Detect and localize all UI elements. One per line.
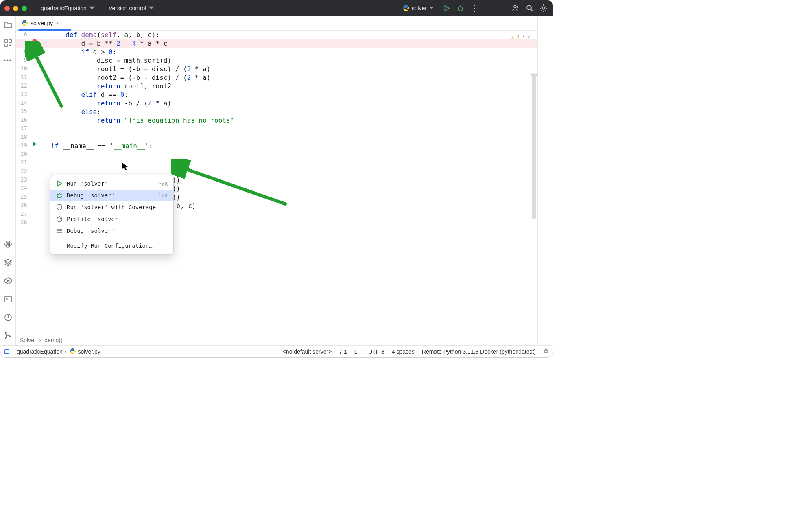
line-number[interactable]: 27 (16, 210, 30, 218)
context-menu-item[interactable]: Run 'solver' with Coverage (50, 201, 173, 213)
code-line[interactable]: 17 (16, 125, 537, 133)
line-number[interactable]: 24 (16, 184, 30, 192)
line-number[interactable]: 18 (16, 133, 30, 141)
run-button[interactable] (441, 3, 452, 13)
svg-point-18 (58, 194, 61, 198)
profile-icon (56, 216, 63, 222)
gutter[interactable] (30, 142, 39, 147)
code-line[interactable]: 13 elif d == 0: (16, 90, 537, 99)
left-tool-strip: ••• (0, 16, 16, 345)
code-line[interactable]: 15 else: (16, 107, 537, 116)
terminal-tool-icon[interactable] (4, 295, 12, 304)
status-indent[interactable]: 4 spaces (392, 348, 415, 355)
line-number[interactable]: 17 (16, 125, 30, 132)
project-tool-icon[interactable] (4, 21, 12, 30)
code-line[interactable]: 19if __name__ == '__main__': (16, 142, 537, 150)
context-menu-item[interactable]: Profile 'solver' (50, 213, 173, 225)
context-menu-item[interactable]: Modify Run Configuration… (50, 240, 173, 252)
svg-point-0 (404, 5, 405, 6)
code-line[interactable]: 14 return -b / (2 * a) (16, 99, 537, 107)
code-line[interactable]: 11 root2 = (-b - disc) / (2 * a) (16, 73, 537, 82)
python-icon (403, 5, 409, 11)
code-text[interactable]: def demo(self, a, b, c): (39, 31, 159, 39)
next-problem-icon[interactable]: ∨ (527, 34, 530, 40)
svg-point-19 (57, 217, 62, 222)
line-number[interactable]: 16 (16, 116, 30, 124)
code-line[interactable]: 12 return root1, root2 (16, 82, 537, 90)
code-line[interactable]: 6def demo(self, a, b, c): (16, 31, 537, 39)
status-encoding[interactable]: UTF-8 (368, 348, 384, 355)
code-line[interactable]: 18 (16, 133, 537, 142)
inspection-widget[interactable]: ⚠ 4 ∧ ∨ (511, 34, 530, 41)
context-menu-item[interactable]: Debug 'solver'⌃⇧D (50, 190, 173, 201)
svg-point-13 (5, 337, 7, 339)
code-line[interactable]: 20 (16, 150, 537, 159)
code-line[interactable]: 8 if d > 0: (16, 48, 537, 56)
svg-rect-10 (5, 296, 11, 302)
line-number[interactable]: 20 (16, 150, 30, 158)
run-gutter-icon[interactable] (32, 142, 37, 147)
code-text[interactable]: if __name__ == '__main__': (39, 142, 153, 151)
run-config-selector[interactable]: solver (399, 4, 438, 13)
line-number[interactable]: 19 (16, 142, 30, 149)
window-controls (4, 6, 27, 11)
code-with-me-icon[interactable] (511, 3, 521, 13)
status-eol[interactable]: LF (354, 348, 361, 355)
python-packages-icon[interactable] (4, 240, 12, 249)
code-line[interactable]: 10 root1 = (-b + disc) / (2 * a) (16, 65, 537, 73)
line-number[interactable]: 25 (16, 193, 30, 201)
svg-point-1 (406, 10, 407, 11)
tool-window-toggle-icon[interactable] (4, 349, 9, 354)
breadcrumb-class[interactable]: Solver (20, 337, 36, 343)
tab-close-icon[interactable]: ✕ (55, 20, 59, 26)
tab-actions-icon[interactable]: ⋮ (526, 19, 535, 28)
menu-item-label: Modify Run Configuration… (67, 242, 168, 250)
run-icon (56, 180, 63, 187)
status-caret[interactable]: 7:1 (339, 348, 347, 355)
line-number[interactable]: 22 (16, 167, 30, 175)
status-server[interactable]: <no default server> (283, 348, 332, 355)
code-line[interactable]: 9 disc = math.sqrt(d) (16, 56, 537, 65)
svg-point-16 (24, 20, 24, 21)
vcs-label: Version control (109, 5, 146, 11)
vcs-dropdown[interactable]: Version control (106, 3, 157, 13)
problems-tool-icon[interactable] (4, 313, 12, 323)
settings-icon[interactable] (538, 3, 549, 13)
run-tool-icon[interactable] (4, 277, 12, 286)
line-number[interactable]: 23 (16, 176, 30, 184)
code-text[interactable]: return "This equation has no roots" (39, 116, 234, 125)
menu-item-label: Run 'solver' (67, 180, 154, 188)
more-tool-icon[interactable]: ••• (4, 57, 12, 63)
prev-problem-icon[interactable]: ∧ (522, 34, 525, 40)
scrollbar-thumb[interactable] (532, 73, 536, 219)
code-line[interactable]: 16 return "This equation has no roots" (16, 116, 537, 125)
status-path[interactable]: quadraticEquation › solver.py (17, 348, 100, 355)
breadcrumb-method[interactable]: demo() (44, 337, 62, 343)
vcs-tool-icon[interactable] (4, 332, 12, 341)
more-actions-button[interactable]: ⋮ (469, 3, 480, 13)
line-number[interactable]: 6 (16, 31, 30, 38)
window-zoom-button[interactable] (22, 6, 27, 11)
context-menu-item[interactable]: Run 'solver'⌃⇧R (50, 178, 173, 190)
search-everywhere-icon[interactable] (524, 3, 535, 13)
editor-tab-solver[interactable]: solver.py ✕ (18, 16, 63, 31)
menu-item-label: Debug 'solver' (67, 227, 164, 235)
svg-rect-8 (5, 44, 7, 46)
breadcrumbs[interactable]: Solver › demo() (16, 335, 537, 345)
window-minimize-button[interactable] (13, 6, 18, 11)
context-menu-item[interactable]: Debug 'solver' (50, 225, 173, 237)
status-interpreter[interactable]: Remote Python 3.11.3 Docker (python:late… (422, 348, 536, 355)
window-close-button[interactable] (4, 6, 10, 11)
project-dropdown[interactable]: quadraticEquation (38, 3, 97, 13)
services-tool-icon[interactable] (4, 258, 12, 268)
structure-tool-icon[interactable] (4, 39, 12, 48)
code-line[interactable]: 7 d = b ** 2 - 4 * a * c (16, 39, 537, 48)
menu-separator (50, 238, 173, 238)
line-number[interactable]: 28 (16, 219, 30, 226)
svg-rect-20 (544, 350, 548, 353)
debug-button[interactable] (455, 3, 466, 13)
status-lock-icon[interactable] (543, 348, 549, 355)
svg-point-5 (542, 7, 545, 9)
line-number[interactable]: 26 (16, 201, 30, 209)
line-number[interactable]: 21 (16, 159, 30, 166)
